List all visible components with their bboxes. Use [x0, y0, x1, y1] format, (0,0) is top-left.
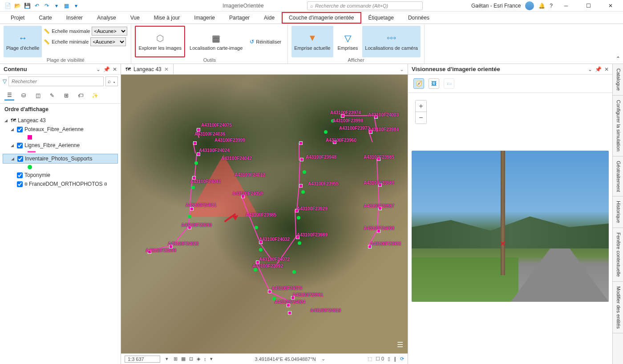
min-scale-select[interactable]: <Aucune>	[90, 37, 126, 46]
list-by-drawing-icon[interactable]: ☰	[4, 91, 14, 100]
list-by-selection-icon[interactable]: ◫	[33, 91, 43, 100]
photo-point[interactable]	[292, 270, 296, 274]
constraints-icon[interactable]: ⊡	[189, 356, 193, 362]
tab-carte[interactable]: Carte	[32, 12, 59, 24]
max-scale-select[interactable]: <Aucune>	[92, 27, 127, 36]
image-map-location-button[interactable]: ▦ Localisation carte-image	[187, 26, 245, 57]
pause-icon[interactable]: ‖	[394, 356, 396, 362]
undo-icon[interactable]: ↶	[33, 2, 41, 10]
camera-locations-button[interactable]: ◦◦◦ Localisations de caméra	[362, 26, 421, 57]
pole-point[interactable]	[193, 141, 197, 145]
scale-range-button[interactable]: ↔ Plage d'échelle	[4, 26, 42, 57]
pole-point[interactable]	[197, 128, 200, 132]
inference-icon[interactable]: ▾	[210, 356, 213, 362]
help-icon[interactable]: ?	[550, 3, 553, 9]
current-extent-button[interactable]: ▼ Emprise actuelle	[291, 26, 333, 57]
command-search-input[interactable]: Recherche de commande (Alt+Q)	[307, 1, 423, 10]
edge-tab-catalogue[interactable]: Catalogue	[613, 64, 623, 96]
contents-options-icon[interactable]: ⌄	[96, 66, 101, 72]
pole-point[interactable]	[299, 184, 303, 188]
navigation-tool-icon[interactable]: 🧭	[413, 78, 424, 89]
select-tool-icon[interactable]: ⬚	[368, 356, 372, 362]
pole-point[interactable]	[197, 152, 200, 156]
viewer-pin-icon[interactable]: 📌	[595, 66, 602, 72]
qat-more-icon[interactable]: ▾	[72, 2, 80, 10]
collapse-icon[interactable]: ◢	[11, 143, 15, 148]
viewer-options-icon[interactable]: ⌄	[588, 66, 592, 72]
map-tab[interactable]: 🗺 Langeac 43 ✕	[121, 64, 174, 74]
layer-item[interactable]: ◢Poteaux_Fibre_Aerienne	[3, 125, 118, 134]
catalog-icon[interactable]: ▯	[388, 356, 390, 362]
oriented-image[interactable]: ✕	[412, 151, 609, 302]
photo-point[interactable]	[191, 186, 195, 189]
minimize-button[interactable]: ─	[557, 0, 575, 11]
layer-visibility-checkbox[interactable]	[17, 172, 23, 178]
corrections-icon[interactable]: ↕	[204, 356, 206, 362]
tab-analyse[interactable]: Analyse	[90, 12, 123, 24]
contents-search-input[interactable]	[8, 76, 104, 86]
viewer-close-icon[interactable]: ✕	[604, 66, 609, 72]
save-icon[interactable]: 💾	[23, 2, 31, 10]
grid-snap-icon[interactable]: ▦	[181, 356, 186, 362]
layer-visibility-checkbox[interactable]	[17, 127, 23, 132]
map-canvas[interactable]: A43100F23974A43100F24003A43100F23998A431…	[121, 75, 408, 353]
tab-mise-a-jour[interactable]: Mise à jour	[147, 12, 187, 24]
photo-point[interactable]	[259, 248, 263, 252]
scale-input[interactable]: 1:3 637	[125, 356, 160, 363]
map-item[interactable]: ◢ 🗺 Langeac 43	[3, 116, 118, 125]
reset-button[interactable]: ↺ Réinitialiser	[247, 26, 284, 57]
layer-item[interactable]: ◢Inventaire_Photos_Supports	[3, 154, 118, 164]
pole-point[interactable]	[268, 290, 271, 293]
tab-partager[interactable]: Partager	[222, 12, 257, 24]
map-tab-close-icon[interactable]: ✕	[164, 66, 169, 72]
photo-point[interactable]	[301, 190, 305, 194]
tab-couche-imagerie-orientee[interactable]: Couche d'imagerie orientée	[282, 12, 361, 24]
tab-inserer[interactable]: Insérer	[59, 12, 90, 24]
collapse-icon[interactable]: ◢	[4, 118, 9, 123]
image-enhancement-icon[interactable]: 🖼	[429, 78, 439, 89]
new-project-icon[interactable]: 📄	[4, 2, 12, 10]
grid-icon[interactable]: ▦	[62, 2, 70, 10]
collapse-ribbon-button[interactable]: ⌃	[616, 56, 620, 62]
photo-point[interactable]	[254, 268, 257, 272]
collapse-icon[interactable]: ◢	[11, 156, 16, 161]
list-by-editing-icon[interactable]: ✎	[47, 91, 57, 100]
photo-point[interactable]	[297, 216, 300, 220]
pole-point[interactable]	[299, 141, 303, 145]
list-by-source-icon[interactable]: ⛁	[19, 91, 28, 100]
image-gallery-icon[interactable]: ▭	[444, 78, 454, 89]
notifications-icon[interactable]: 🔔	[538, 3, 545, 9]
list-by-labeling-icon[interactable]: 🏷	[76, 91, 85, 100]
photo-point[interactable]	[188, 215, 191, 218]
view-options-icon[interactable]: ⌄	[400, 66, 408, 72]
layer-visibility-checkbox[interactable]	[17, 156, 23, 162]
edge-tab-history[interactable]: Historique	[613, 196, 623, 228]
photo-point[interactable]	[298, 241, 301, 245]
tab-donnees[interactable]: Données	[401, 12, 437, 24]
refresh-icon[interactable]: ⟳	[400, 356, 404, 362]
explore-images-button[interactable]: ⬡ Explorer les images	[135, 26, 185, 57]
pole-point[interactable]	[288, 311, 291, 315]
photo-point[interactable]	[303, 170, 306, 174]
tab-imagerie[interactable]: Imagerie	[187, 12, 222, 24]
layer-item[interactable]: ◢Lignes_Fibre_Aerienne	[3, 141, 118, 150]
contents-close-icon[interactable]: ✕	[113, 66, 117, 72]
tab-projet[interactable]: Projet	[4, 12, 32, 24]
dynamic-icon[interactable]: ◈	[197, 356, 200, 362]
photo-point[interactable]	[324, 130, 328, 134]
pole-point[interactable]	[300, 158, 303, 161]
snapping-icon[interactable]: ⊞	[174, 356, 178, 362]
more-icon[interactable]: ▾	[53, 2, 61, 10]
tab-vue[interactable]: Vue	[123, 12, 147, 24]
pole-point[interactable]	[190, 207, 194, 211]
user-avatar[interactable]	[525, 1, 534, 10]
layer-visibility-checkbox[interactable]	[17, 181, 23, 187]
layer-item[interactable]: ¤ FranceDOM_ORTHOPHOTOS ¤	[3, 180, 118, 188]
redo-icon[interactable]: ↷	[43, 2, 51, 10]
zoom-out-button[interactable]: −	[416, 112, 426, 124]
tab-aide[interactable]: Aide	[257, 12, 282, 24]
maximize-button[interactable]: ☐	[579, 0, 597, 11]
search-button[interactable]: ⌕ ▾	[105, 76, 118, 86]
fiber-line[interactable]	[299, 143, 299, 160]
open-project-icon[interactable]: 📂	[13, 2, 21, 10]
